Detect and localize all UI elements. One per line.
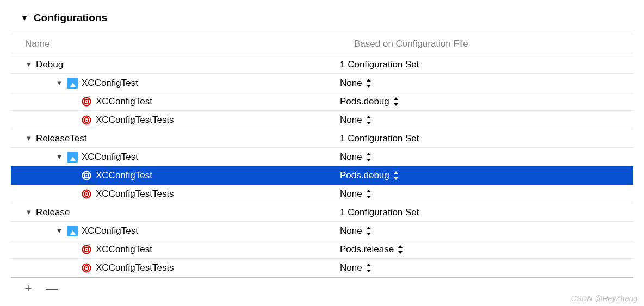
disclosure-triangle-icon[interactable]: ▼ (55, 79, 63, 87)
row-name: XCConfigTest (82, 78, 138, 89)
app-icon (66, 78, 78, 89)
row-value: 1 Configuration Set (340, 59, 419, 70)
dropdown-arrows-icon[interactable] (366, 190, 372, 198)
column-header-based[interactable]: Based on Configuration File (354, 39, 633, 49)
row-value[interactable]: None (340, 115, 362, 126)
target-icon (81, 189, 92, 199)
configurations-table: Name Based on Configuration File ▼Debug1… (11, 33, 633, 277)
disclosure-triangle-icon[interactable]: ▼ (25, 134, 33, 142)
table-row[interactable]: ▼ReleaseTest1 Configuration Set (11, 129, 633, 148)
table-row[interactable]: ▼XCConfigTestNone (11, 148, 633, 166)
disclosure-triangle-icon[interactable]: ▼ (25, 208, 33, 216)
table-footer: + — (11, 277, 633, 299)
row-value[interactable]: Pods.debug (340, 170, 389, 181)
disclosure-triangle-icon[interactable]: ▼ (55, 153, 63, 161)
column-header-name[interactable]: Name (25, 39, 354, 49)
row-value[interactable]: None (340, 189, 362, 199)
row-value[interactable]: None (340, 152, 362, 163)
row-value[interactable]: None (340, 226, 362, 236)
row-name: XCConfigTest (82, 152, 138, 163)
disclosure-triangle-icon[interactable]: ▼ (55, 227, 63, 235)
table-row[interactable]: ▼Release1 Configuration Set (11, 203, 633, 222)
remove-button[interactable]: — (46, 282, 57, 296)
app-icon (66, 152, 78, 163)
svg-point-8 (86, 174, 88, 176)
disclosure-triangle-icon[interactable]: ▼ (25, 60, 33, 68)
target-icon (81, 115, 92, 126)
table-row[interactable]: XCConfigTestPods.debug (11, 166, 633, 185)
dropdown-arrows-icon[interactable] (366, 227, 372, 235)
row-name: ReleaseTest (36, 133, 87, 144)
target-icon (81, 96, 92, 107)
row-name: XCConfigTest (96, 170, 152, 181)
svg-point-11 (86, 193, 88, 195)
table-row[interactable]: XCConfigTestPods.debug (11, 92, 633, 111)
row-value[interactable]: None (340, 78, 362, 89)
dropdown-arrows-icon[interactable] (393, 171, 399, 180)
add-button[interactable]: + (23, 282, 34, 296)
table-body: ▼Debug1 Configuration Set▼XCConfigTestNo… (11, 55, 633, 277)
dropdown-arrows-icon[interactable] (393, 97, 399, 106)
dropdown-arrows-icon[interactable] (397, 245, 404, 254)
row-name: XCConfigTest (82, 226, 138, 236)
target-icon (81, 263, 92, 273)
row-value[interactable]: Pods.debug (340, 96, 389, 107)
target-icon (81, 244, 92, 255)
table-row[interactable]: XCConfigTestTestsNone (11, 259, 633, 277)
svg-point-17 (86, 267, 88, 268)
row-value: 1 Configuration Set (340, 133, 419, 144)
table-header: Name Based on Configuration File (11, 33, 633, 55)
disclosure-triangle-icon: ▼ (21, 14, 28, 22)
row-value: 1 Configuration Set (340, 207, 419, 218)
target-icon (81, 170, 92, 181)
row-name: XCConfigTestTests (96, 115, 174, 126)
svg-point-14 (86, 248, 88, 250)
dropdown-arrows-icon[interactable] (366, 264, 372, 272)
table-row[interactable]: ▼XCConfigTestNone (11, 74, 633, 92)
dropdown-arrows-icon[interactable] (366, 79, 372, 88)
row-name: XCConfigTest (96, 96, 152, 107)
section-title: Configurations (34, 12, 107, 24)
dropdown-arrows-icon[interactable] (366, 153, 372, 161)
row-name: XCConfigTestTests (96, 189, 174, 199)
watermark: CSDN @ReyZhang (571, 294, 637, 303)
row-value[interactable]: None (340, 263, 362, 273)
row-name: XCConfigTest (96, 244, 152, 255)
row-name: XCConfigTestTests (96, 263, 174, 273)
table-row[interactable]: ▼Debug1 Configuration Set (11, 55, 633, 74)
row-name: Debug (36, 59, 63, 70)
table-row[interactable]: XCConfigTestTestsNone (11, 185, 633, 203)
dropdown-arrows-icon[interactable] (366, 116, 372, 124)
table-row[interactable]: XCConfigTestTestsNone (11, 111, 633, 129)
svg-point-2 (86, 101, 88, 102)
table-row[interactable]: ▼XCConfigTestNone (11, 222, 633, 240)
app-icon (66, 226, 78, 236)
row-name: Release (36, 207, 70, 218)
table-row[interactable]: XCConfigTestPods.release (11, 240, 633, 259)
svg-point-5 (86, 119, 88, 121)
row-value[interactable]: Pods.release (340, 244, 394, 255)
configurations-section-header[interactable]: ▼ Configurations (11, 11, 633, 33)
